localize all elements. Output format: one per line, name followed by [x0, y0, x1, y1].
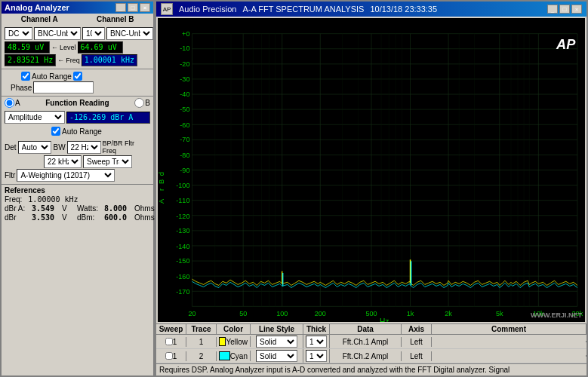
watts-unit: Ohms — [134, 204, 146, 213]
phase-input[interactable] — [33, 81, 94, 93]
amplitude-autorange-checkbox[interactable] — [51, 127, 60, 136]
autorange-check-label[interactable]: Auto Range — [21, 72, 72, 81]
input-config-section: DCAC BNC-Unb 100I BNC-Unba 48.59 uV ← Le… — [2, 25, 153, 69]
amplitude-type-select[interactable]: Amplitude — [5, 111, 65, 124]
fft-chart-area: +0 -10 -20 -30 -40 -50 -60 -70 -80 -90 -… — [158, 18, 585, 322]
radio-b[interactable] — [134, 98, 144, 108]
tr1-linestyle-select[interactable]: Solid — [256, 336, 297, 348]
svg-text:500: 500 — [365, 310, 377, 317]
ap-title-bar: AP Audio Precision A-A FFT SPECTRUM ANAL… — [156, 2, 586, 17]
dbr-a-label: dBr A: — [5, 204, 29, 213]
tr1-linestyle: Solid — [251, 335, 303, 348]
svg-text:AP: AP — [556, 36, 576, 52]
minimize-button[interactable]: _ — [115, 3, 126, 12]
func-reading-label: Function Reading — [22, 99, 134, 107]
autorange-checkbox-b[interactable] — [73, 72, 82, 81]
ap-company-label: Audio Precision — [179, 5, 236, 14]
dbr-label: dBr — [5, 213, 29, 222]
ap-close-btn[interactable]: × — [571, 5, 582, 14]
references-title: References — [5, 186, 150, 195]
watts-value: 8.000 — [104, 204, 131, 213]
svg-text:200: 200 — [315, 310, 326, 317]
watts-label: Watts: — [77, 204, 101, 213]
input2-range-select[interactable]: 100I — [82, 27, 105, 40]
amplitude-row: Amplitude -126.269 dBr A — [2, 109, 153, 125]
dbr-value: 3.530 — [32, 213, 59, 222]
input2-select[interactable]: BNC-Unba — [106, 27, 153, 40]
radio-a-text: A — [15, 99, 20, 107]
freq-ref-value: 1.00000 kHz — [28, 195, 78, 204]
dbr-a-unit: V — [62, 204, 74, 213]
radio-b-label[interactable]: B — [134, 98, 150, 108]
svg-text:Hz: Hz — [380, 317, 389, 322]
trace-table: Sweep Trace Color Line Style Thick Data … — [156, 323, 586, 363]
svg-text:-90: -90 — [180, 167, 189, 174]
dbr-unit: V — [62, 213, 74, 222]
bpbr-label: BP/BR Fltr Freq — [103, 139, 150, 155]
channel-a-label: Channel A — [5, 15, 75, 23]
fft-chart-svg: +0 -10 -20 -30 -40 -50 -60 -70 -80 -90 -… — [158, 18, 585, 322]
svg-text:-170: -170 — [176, 288, 189, 296]
th-axis: Axis — [402, 324, 432, 334]
th-trace: Trace — [186, 324, 217, 334]
ap-icon: AP — [161, 3, 173, 15]
bw2-select[interactable]: 22 kHz — [44, 155, 82, 168]
dc-mode-select[interactable]: DCAC — [5, 27, 32, 40]
svg-text:50: 50 — [239, 310, 247, 317]
ap-minimize-btn[interactable]: _ — [547, 5, 558, 14]
bw-label: BW — [53, 143, 65, 152]
th-color: Color — [217, 324, 251, 334]
tr1-thick-select[interactable]: 1 — [306, 336, 327, 348]
channel-headers: Channel A Channel B — [2, 14, 153, 25]
tr2-axis: Left — [402, 351, 432, 361]
filter-select[interactable]: A-Weighting (12017) — [17, 169, 115, 182]
radio-a[interactable] — [5, 98, 14, 108]
tr1-color: Yellow — [217, 336, 251, 347]
svg-text:-20: -20 — [180, 60, 189, 68]
dbm-unit: Ohms — [134, 213, 146, 222]
svg-text:20: 20 — [188, 310, 195, 317]
svg-text:5k: 5k — [496, 310, 503, 317]
freq-arrow: ← — [57, 57, 64, 64]
tr2-checkbox: 1 — [156, 351, 186, 361]
left-title-label: Analog Analyzer — [5, 3, 69, 12]
trace-row-1: 1 1 Yellow Solid 1 Fft.Ch.1 Ampl Left — [156, 335, 586, 349]
svg-text:-40: -40 — [180, 90, 189, 98]
maximize-button[interactable]: □ — [128, 3, 138, 12]
tr2-linestyle-select[interactable]: Solid — [256, 350, 297, 362]
trace-row-2: 1 2 Cyan Solid 1 Fft.Ch.2 Ampl Left — [156, 349, 586, 363]
svg-text:-80: -80 — [180, 152, 189, 159]
radio-a-label[interactable]: A — [5, 98, 20, 108]
analog-analyzer-panel: Analog Analyzer _ □ × Channel A Channel … — [0, 0, 155, 377]
tr1-axis: Left — [402, 337, 432, 347]
amplitude-autorange-label[interactable]: Auto Range — [51, 127, 102, 136]
svg-text:-120: -120 — [176, 212, 189, 219]
level-display-a: 48.59 uV — [5, 41, 50, 54]
th-comment: Comment — [432, 324, 586, 334]
ap-datetime-label: 10/13/18 23:33:35 — [370, 5, 437, 14]
dbm-label: dBm: — [77, 213, 101, 222]
status-bar: Requires DSP. Analog Analyzer input is A… — [156, 363, 586, 375]
input1-select[interactable]: BNC-Unb — [34, 27, 81, 40]
bw1-select[interactable]: 22 Hz — [67, 141, 101, 154]
svg-text:2k: 2k — [445, 310, 452, 317]
tr1-thick: 1 — [303, 335, 330, 348]
svg-text:-160: -160 — [176, 273, 189, 280]
det-select[interactable]: Auto — [18, 141, 52, 154]
autorange-checkbox-a[interactable] — [21, 72, 30, 81]
ap-analysis-label: A-A FFT SPECTRUM ANALYSIS — [242, 5, 364, 14]
tr2-trace: 2 — [186, 351, 217, 361]
level-value-display: 64.69 uV — [78, 41, 123, 54]
tr1-checkbox: 1 — [156, 337, 186, 347]
tr2-thick: 1 — [303, 349, 330, 363]
sweep-track-select[interactable]: Sweep Track — [83, 155, 132, 168]
tr2-thick-select[interactable]: 1 — [306, 350, 327, 362]
dbm-value: 600.0 — [104, 213, 131, 222]
close-button[interactable]: × — [140, 3, 150, 12]
ap-maximize-btn[interactable]: □ — [559, 5, 570, 14]
svg-text:-50: -50 — [180, 106, 189, 113]
svg-text:-70: -70 — [180, 136, 189, 143]
th-thick: Thick — [303, 324, 330, 334]
svg-text:-150: -150 — [176, 257, 189, 265]
svg-text:B: B — [158, 179, 165, 184]
